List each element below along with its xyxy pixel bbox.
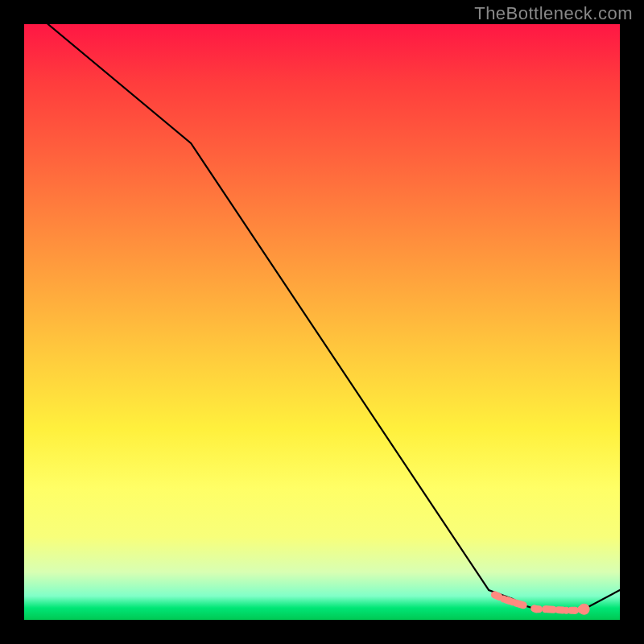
marker-dot bbox=[491, 591, 498, 598]
marker-dot bbox=[572, 607, 579, 614]
marker-dot bbox=[533, 605, 540, 613]
marker-dot bbox=[509, 598, 516, 605]
watermark-text: TheBottleneck.com bbox=[474, 3, 633, 24]
marker-dot bbox=[563, 607, 570, 614]
marker-dot bbox=[500, 596, 507, 603]
marker-layer bbox=[491, 591, 590, 614]
chart-svg bbox=[24, 24, 620, 620]
plot-area bbox=[24, 24, 620, 620]
marker-dot bbox=[579, 604, 590, 615]
chart-frame: TheBottleneck.com bbox=[0, 0, 644, 644]
curve-path bbox=[48, 24, 620, 610]
line-layer bbox=[48, 24, 620, 610]
marker-dot bbox=[542, 605, 549, 613]
